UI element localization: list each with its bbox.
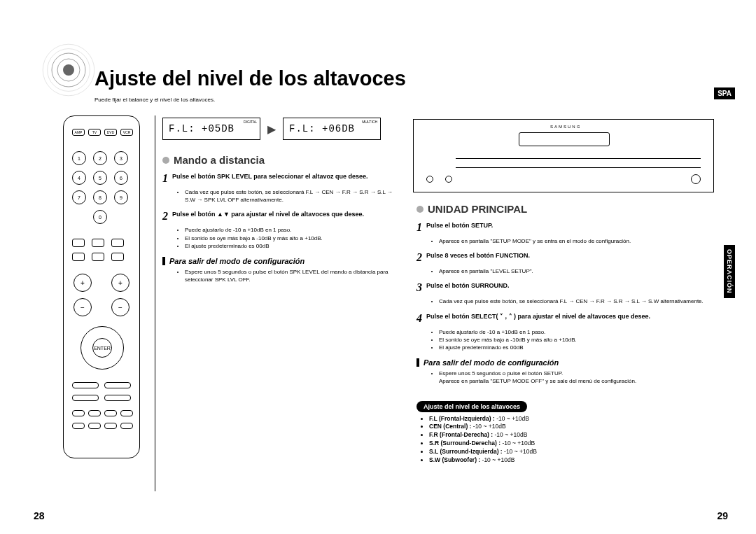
- remote-num: 2: [93, 151, 107, 165]
- remote-minus-icon: −: [111, 298, 130, 316]
- bullet: Cada vez que pulse este botón, se selecc…: [439, 297, 710, 305]
- range-value: -10 ~ +10dB: [500, 440, 535, 447]
- bullet: Aparece en pantalla "SETUP MODE" y se en…: [439, 237, 710, 245]
- remote-row: [72, 239, 124, 247]
- step-number: 4: [416, 313, 422, 324]
- section-heading: UNIDAD PRINCIPAL: [416, 203, 710, 215]
- step-details: Puede ajustarlo de -10 a +10dB en 1 paso…: [432, 328, 710, 352]
- remote-pill-button: [72, 382, 99, 388]
- range-value: -10 ~ +10dB: [495, 415, 529, 422]
- remote-pill-button: [120, 423, 133, 429]
- bullet: El sonido se oye más bajo a -10dB y más …: [185, 234, 393, 242]
- range-item: F.L (Frontal-Izquierda) : -10 ~ +10dB: [429, 415, 710, 423]
- exit-details: Espere unos 5 segundos o pulse el botón …: [178, 268, 393, 283]
- remote-button: [92, 253, 104, 261]
- remote-illustration: AMP TV DVD VCR 1 2 3 4 5 6 7 8 9 0: [63, 115, 140, 458]
- remote-button: [111, 253, 124, 261]
- lcd-display-2: F.L: +06DB MULTICH: [283, 118, 381, 140]
- remote-row: [72, 253, 124, 261]
- range-item: CEN (Central) : -10 ~ +10dB: [429, 423, 710, 431]
- step-text: Pulse el botón SETUP.: [426, 222, 493, 230]
- step-details: Cada vez que pulse este botón, se selecc…: [178, 188, 393, 204]
- step: 1 Pulse el botón SETUP.: [416, 222, 710, 233]
- range-label: S.L (Surround-Izquierda) :: [429, 448, 503, 455]
- range-label: CEN (Central) :: [429, 423, 471, 430]
- divider: [155, 115, 155, 491]
- bullet-icon: [162, 157, 169, 164]
- device-display: [519, 132, 610, 146]
- step-text: Pulse el botón SELECT( ˅ , ˄ ) para ajus…: [426, 313, 650, 321]
- remote-num: 9: [114, 190, 128, 204]
- remote-pill-button: [72, 423, 85, 429]
- exit-heading: Para salir del modo de configuración: [162, 257, 393, 265]
- lcd-mode-label: DIGITAL: [244, 120, 257, 124]
- bullet: Puede ajustarlo de -10 a +10dB en 1 paso…: [439, 328, 710, 336]
- main-unit-instructions: UNIDAD PRINCIPAL 1 Pulse el botón SETUP.…: [416, 203, 710, 465]
- remote-num: 7: [72, 190, 86, 204]
- svg-point-4: [63, 64, 74, 76]
- section-heading: Mando a distancia: [162, 154, 393, 166]
- range-heading-pill: Ajuste del nivel de los altavoces: [416, 401, 527, 412]
- remote-num: 1: [72, 151, 86, 165]
- remote-pill-button: [104, 382, 131, 388]
- remote-num: 3: [114, 151, 128, 165]
- bullet-icon: [416, 206, 424, 213]
- remote-num: 8: [93, 190, 107, 204]
- bullet: Espere unos 5 segundos o pulse el botón …: [185, 268, 393, 283]
- lcd-mode-label: MULTICH: [362, 120, 377, 124]
- bullet: Puede ajustarlo de -10 a +10dB en 1 paso…: [185, 226, 393, 234]
- remote-mode-button: DVD: [104, 129, 117, 136]
- remote-button: [72, 239, 85, 247]
- remote-num: 6: [114, 171, 128, 185]
- step-details: Aparece en pantalla "LEVEL SETUP".: [432, 267, 710, 275]
- remote-mode-button: AMP: [72, 129, 85, 136]
- remote-pill-button: [88, 423, 101, 429]
- remote-num: 4: [72, 171, 86, 185]
- remote-numpad: 1 2 3 4 5 6 7 8 9 0: [72, 151, 128, 224]
- remote-pill-button: [72, 395, 99, 401]
- lcd-display-1: F.L: +05DB DIGITAL: [162, 118, 260, 140]
- step-number: 2: [416, 252, 422, 263]
- range-value: -10 ~ +10dB: [480, 456, 514, 463]
- remote-button: [111, 239, 124, 247]
- bullet-text: Aparece en pantalla "SETUP MODE OFF" y s…: [439, 378, 636, 384]
- lcd-value: F.L: +06DB: [289, 123, 355, 134]
- bullet: El ajuste predeterminado es 00dB: [439, 344, 710, 351]
- device-knob: [445, 176, 452, 183]
- range-item: S.R (Surround-Derecha) : -10 ~ +10dB: [429, 440, 710, 448]
- step-text: Pulse el botón SURROUND.: [426, 282, 510, 290]
- step: 1 Pulse el botón SPK LEVEL para seleccio…: [162, 173, 393, 184]
- remote-dpad: ENTER: [80, 326, 124, 370]
- remote-pill-button: [88, 410, 101, 416]
- bullet: Aparece en pantalla "LEVEL SETUP".: [439, 267, 710, 275]
- section-heading-text: UNIDAD PRINCIPAL: [428, 203, 527, 215]
- page-subtitle: Puede fijar el balance y el nivel de los…: [94, 97, 215, 103]
- step: 2 Pulse 8 veces el botón FUNCTION.: [416, 252, 710, 263]
- main-unit-illustration: SAMSUNG: [413, 119, 714, 192]
- step-number: 3: [416, 282, 422, 293]
- remote-pill-button: [104, 395, 131, 401]
- step: 4 Pulse el botón SELECT( ˅ , ˄ ) para aj…: [416, 313, 710, 324]
- step-details: Aparece en pantalla "SETUP MODE" y se en…: [432, 237, 710, 245]
- remote-minus-icon: −: [74, 298, 92, 316]
- bullet: El ajuste predeterminado es 00dB: [185, 242, 393, 250]
- range-item: S.L (Surround-Izquierda) : -10 ~ +10dB: [429, 448, 710, 456]
- step: 3 Pulse el botón SURROUND.: [416, 282, 710, 293]
- remote-button: [72, 253, 85, 261]
- remote-button: [92, 239, 104, 247]
- range-value: -10 ~ +10dB: [493, 431, 527, 438]
- remote-mode-row: AMP TV DVD VCR: [72, 129, 133, 136]
- step-details: Cada vez que pulse este botón, se selecc…: [432, 297, 710, 305]
- step-number: 1: [162, 173, 168, 184]
- arrow-right-icon: ▶: [267, 122, 276, 136]
- lcd-value: F.L: +05DB: [169, 123, 234, 134]
- range-label: S.R (Surround-Derecha) :: [429, 440, 500, 447]
- remote-instructions: Mando a distancia 1 Pulse el botón SPK L…: [162, 154, 393, 290]
- remote-num: 5: [93, 171, 107, 185]
- device-knob: [691, 174, 701, 184]
- range-label: S.W (Subwoofer) :: [429, 456, 480, 463]
- exit-heading: Para salir del modo de configuración: [416, 358, 710, 367]
- speaker-illustration: [41, 42, 97, 98]
- exit-details: Espere unos 5 segundos o pulse el botón …: [432, 370, 710, 385]
- remote-mode-button: TV: [88, 129, 101, 136]
